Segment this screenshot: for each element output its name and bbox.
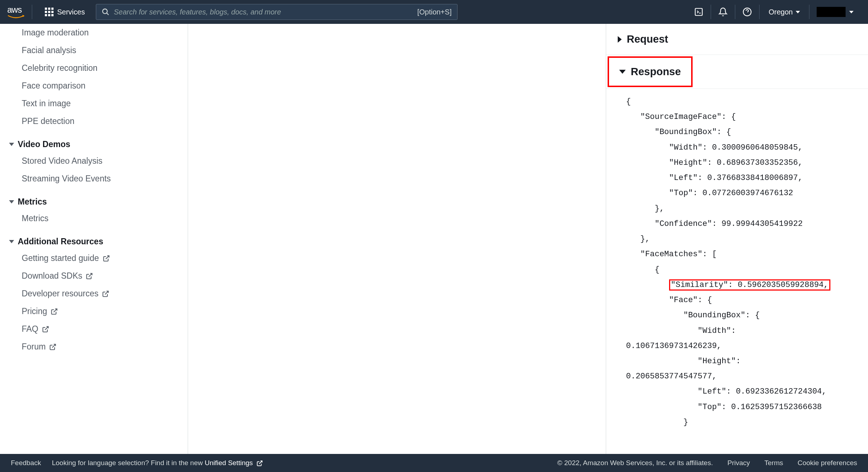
external-link-icon bbox=[49, 343, 56, 351]
sidebar-item-stored-video[interactable]: Stored Video Analysis bbox=[9, 152, 177, 170]
code-line: "Confidence": 99.99944305419922 bbox=[626, 219, 803, 228]
sidebar-group-header-resources[interactable]: Additional Resources bbox=[9, 234, 177, 249]
main: Image moderation Facial analysis Celebri… bbox=[0, 24, 868, 454]
panel-title: Request bbox=[627, 33, 668, 45]
caret-down-icon bbox=[9, 143, 14, 146]
terms-link[interactable]: Terms bbox=[765, 459, 783, 467]
cloudshell-button[interactable] bbox=[687, 5, 711, 19]
aws-logo[interactable]: aws bbox=[7, 5, 32, 19]
sidebar-item-label: Streaming Video Events bbox=[22, 174, 111, 184]
sidebar-item-celebrity-recognition[interactable]: Celebrity recognition bbox=[9, 59, 177, 77]
sidebar-item-facial-analysis[interactable]: Facial analysis bbox=[9, 42, 177, 59]
services-grid-icon bbox=[45, 8, 54, 16]
sidebar-group-header-metrics[interactable]: Metrics bbox=[9, 194, 177, 210]
panel-request: Request bbox=[606, 24, 868, 55]
sidebar-item-metrics[interactable]: Metrics bbox=[9, 210, 177, 227]
aws-smile-icon bbox=[7, 15, 25, 19]
services-button[interactable]: Services bbox=[39, 8, 90, 16]
sidebar: Image moderation Facial analysis Celebri… bbox=[0, 24, 188, 454]
right-panel: Request Response { "SourceImageFace": { … bbox=[606, 24, 868, 454]
search-shortcut: [Option+S] bbox=[417, 8, 452, 16]
cookie-prefs-link[interactable]: Cookie preferences bbox=[797, 459, 857, 467]
code-line: "Left": 0.6923362612724304, bbox=[626, 387, 827, 396]
sidebar-group-label: Video Demos bbox=[18, 140, 70, 149]
code-line: 0.2065853774547577, bbox=[626, 372, 717, 381]
sidebar-item-ppe-detection[interactable]: PPE detection bbox=[9, 112, 177, 130]
code-line: "Height": bbox=[626, 357, 745, 366]
code-line: "Width": bbox=[626, 326, 741, 335]
sidebar-item-label: Download SDKs bbox=[22, 271, 82, 281]
external-link-icon bbox=[51, 308, 58, 315]
code-line bbox=[626, 280, 669, 289]
feedback-link[interactable]: Feedback bbox=[11, 459, 41, 467]
sidebar-item-label: Facial analysis bbox=[22, 46, 76, 55]
sidebar-item-developer-resources[interactable]: Developer resources bbox=[9, 285, 177, 302]
sidebar-group-label: Metrics bbox=[18, 197, 47, 207]
help-icon bbox=[743, 7, 752, 17]
svg-line-1 bbox=[106, 13, 109, 15]
code-line: "BoundingBox": { bbox=[626, 311, 760, 320]
sidebar-item-forum[interactable]: Forum bbox=[9, 338, 177, 356]
unified-settings-link[interactable]: Unified Settings bbox=[205, 459, 253, 467]
footer-lang-msg: Looking for language selection? Find it … bbox=[52, 459, 263, 467]
sidebar-item-face-comparison[interactable]: Face comparison bbox=[9, 77, 177, 95]
sidebar-group-video: Video Demos Stored Video Analysis Stream… bbox=[9, 137, 177, 188]
caret-down-icon bbox=[9, 240, 14, 243]
sidebar-item-text-in-image[interactable]: Text in image bbox=[9, 95, 177, 112]
help-button[interactable] bbox=[735, 5, 760, 19]
search-box[interactable]: [Option+S] bbox=[96, 4, 458, 20]
code-line-highlighted: "Similarity": 0.5962035059928894, bbox=[669, 279, 830, 291]
footer-right: © 2022, Amazon Web Services, Inc. or its… bbox=[557, 459, 857, 467]
aws-logo-text: aws bbox=[7, 5, 25, 15]
cloudshell-icon bbox=[694, 7, 703, 17]
external-link-icon bbox=[103, 255, 110, 262]
top-nav: aws Services [Option+S] Oregon bbox=[0, 0, 868, 24]
external-link-icon bbox=[256, 460, 263, 467]
panel-title: Response bbox=[631, 66, 681, 78]
sidebar-group-resources: Additional Resources Getting started gui… bbox=[9, 234, 177, 356]
code-line: "SourceImageFace": { bbox=[626, 112, 736, 121]
sidebar-item-label: Image moderation bbox=[22, 28, 89, 38]
caret-down-icon bbox=[619, 70, 626, 74]
sidebar-item-label: Text in image bbox=[22, 99, 71, 108]
external-link-icon bbox=[42, 326, 49, 333]
sidebar-item-label: Celebrity recognition bbox=[22, 63, 98, 73]
sidebar-item-faq[interactable]: FAQ bbox=[9, 320, 177, 338]
account-redacted bbox=[817, 7, 846, 17]
bell-icon bbox=[718, 7, 728, 17]
footer-text: Looking for language selection? Find it … bbox=[52, 459, 205, 467]
sidebar-item-label: PPE detection bbox=[22, 116, 75, 126]
code-line: }, bbox=[626, 204, 664, 213]
sidebar-item-label: Face comparison bbox=[22, 81, 85, 91]
sidebar-group-metrics: Metrics Metrics bbox=[9, 194, 177, 227]
code-line: "Width": 0.3000960648059845, bbox=[626, 143, 803, 152]
sidebar-item-label: Metrics bbox=[22, 214, 48, 223]
footer-left: Feedback Looking for language selection?… bbox=[11, 459, 263, 467]
content: Request Response { "SourceImageFace": { … bbox=[188, 24, 868, 454]
sidebar-item-getting-started[interactable]: Getting started guide bbox=[9, 249, 177, 267]
caret-down-icon bbox=[849, 11, 854, 13]
sidebar-item-label: Pricing bbox=[22, 306, 47, 316]
external-link-icon bbox=[102, 290, 109, 297]
account-button[interactable] bbox=[809, 7, 861, 17]
caret-down-icon bbox=[796, 11, 800, 13]
sidebar-group-label: Additional Resources bbox=[18, 237, 103, 246]
sidebar-group-header-video[interactable]: Video Demos bbox=[9, 137, 177, 152]
content-main bbox=[188, 24, 606, 454]
sidebar-item-image-moderation[interactable]: Image moderation bbox=[9, 24, 177, 42]
svg-point-3 bbox=[743, 8, 751, 16]
notifications-button[interactable] bbox=[711, 5, 735, 19]
code-line: { bbox=[626, 265, 659, 274]
sidebar-item-label: Developer resources bbox=[22, 289, 98, 299]
panel-header-request[interactable]: Request bbox=[606, 24, 868, 55]
privacy-link[interactable]: Privacy bbox=[727, 459, 750, 467]
top-nav-right: Oregon bbox=[687, 5, 861, 19]
region-button[interactable]: Oregon bbox=[760, 5, 809, 19]
sidebar-item-pricing[interactable]: Pricing bbox=[9, 302, 177, 320]
sidebar-item-streaming-video[interactable]: Streaming Video Events bbox=[9, 170, 177, 188]
panel-header-response[interactable]: Response bbox=[608, 56, 693, 87]
search-input[interactable] bbox=[114, 8, 417, 16]
code-line: "Top": 0.07726003974676132 bbox=[626, 189, 793, 198]
sidebar-item-download-sdks[interactable]: Download SDKs bbox=[9, 267, 177, 285]
sidebar-item-label: FAQ bbox=[22, 324, 38, 334]
